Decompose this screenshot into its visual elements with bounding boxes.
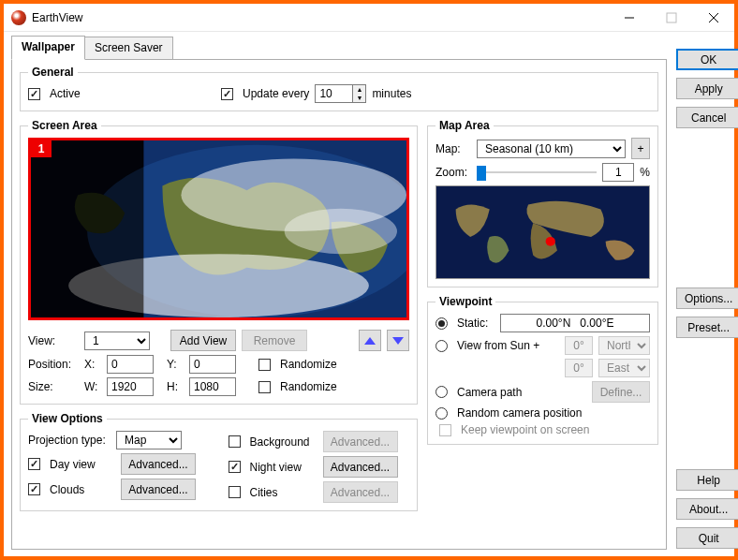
- add-view-button[interactable]: Add View: [170, 330, 236, 351]
- label-cities: Cities: [250, 486, 317, 499]
- label-update-every: Update every: [243, 87, 309, 100]
- svg-point-9: [285, 209, 397, 254]
- select-projection[interactable]: Map: [116, 431, 182, 449]
- label-y: Y:: [167, 358, 184, 371]
- svg-rect-1: [667, 13, 676, 22]
- checkbox-randomize-position[interactable]: [258, 359, 271, 371]
- window-title: EarthView: [32, 11, 608, 24]
- label-randomize-position: Randomize: [280, 358, 337, 371]
- fieldset-view-options: View Options Projection type: Map: [20, 412, 418, 511]
- radio-camera-path[interactable]: [435, 386, 448, 398]
- help-button[interactable]: Help: [676, 469, 738, 491]
- tab-screensaver[interactable]: Screen Saver: [85, 37, 173, 60]
- label-static: Static:: [457, 317, 494, 330]
- earth-day-night-image: [31, 140, 406, 317]
- input-static-coords[interactable]: [500, 314, 650, 332]
- radio-random[interactable]: [435, 407, 448, 420]
- legend-view-options: View Options: [28, 412, 107, 425]
- select-north: North: [598, 336, 650, 355]
- label-h: H:: [167, 380, 184, 393]
- checkbox-cities[interactable]: [229, 486, 241, 498]
- world-minimap-image: [436, 186, 649, 278]
- label-w: W:: [84, 380, 101, 393]
- select-east: East: [598, 359, 650, 377]
- checkbox-update-every[interactable]: [221, 88, 233, 100]
- define-button: Define...: [592, 381, 650, 403]
- checkbox-night-view[interactable]: [229, 461, 241, 473]
- app-icon: [11, 10, 26, 25]
- label-day-view: Day view: [50, 458, 115, 471]
- checkbox-active[interactable]: [28, 88, 40, 100]
- move-up-button[interactable]: [359, 330, 381, 351]
- legend-map-area: Map Area: [435, 119, 494, 132]
- apply-button[interactable]: Apply: [676, 78, 738, 99]
- checkbox-day-view[interactable]: [28, 458, 40, 470]
- advanced-cities-button: Advanced...: [323, 481, 398, 503]
- close-button[interactable]: [692, 4, 734, 31]
- select-view[interactable]: 1: [84, 332, 150, 350]
- move-down-button[interactable]: [387, 330, 409, 351]
- spinner-update-minutes[interactable]: ▲▼: [315, 84, 366, 103]
- input-x[interactable]: [107, 355, 154, 374]
- title-bar: EarthView: [4, 4, 734, 32]
- add-map-button[interactable]: +: [631, 138, 650, 159]
- minimap[interactable]: [435, 185, 650, 279]
- input-h[interactable]: [189, 377, 236, 396]
- input-y[interactable]: [189, 355, 236, 374]
- advanced-background-button: Advanced...: [323, 431, 398, 452]
- label-minutes: minutes: [372, 87, 411, 100]
- label-view: View:: [28, 334, 79, 347]
- label-keep-viewpoint: Keep viewpoint on screen: [461, 423, 589, 436]
- preset-button[interactable]: Preset...: [676, 317, 738, 338]
- screen-badge: 1: [31, 140, 52, 157]
- input-sun-lon: [565, 359, 593, 377]
- select-map[interactable]: Seasonal (10 km): [477, 140, 626, 158]
- minimize-button[interactable]: [608, 4, 650, 31]
- label-projection: Projection type:: [28, 434, 111, 447]
- tab-wallpaper[interactable]: Wallpaper: [11, 36, 85, 60]
- label-zoom: Zoom:: [435, 166, 471, 179]
- quit-button[interactable]: Quit: [676, 527, 738, 549]
- screen-preview[interactable]: 1: [28, 138, 409, 320]
- advanced-clouds-button[interactable]: Advanced...: [121, 479, 196, 500]
- label-active: Active: [50, 87, 81, 100]
- ok-button[interactable]: OK: [676, 49, 738, 70]
- label-size: Size:: [28, 380, 79, 393]
- label-percent: %: [640, 166, 650, 179]
- label-clouds: Clouds: [50, 483, 115, 496]
- legend-viewpoint: Viewpoint: [435, 295, 495, 308]
- label-randomize-size: Randomize: [280, 380, 337, 393]
- checkbox-background[interactable]: [229, 435, 241, 448]
- label-random: Random camera position: [457, 406, 582, 420]
- label-night-view: Night view: [250, 461, 317, 474]
- cancel-button[interactable]: Cancel: [676, 107, 738, 128]
- svg-rect-10: [31, 140, 143, 317]
- input-zoom[interactable]: [602, 163, 634, 182]
- label-position: Position:: [28, 358, 79, 371]
- maximize-button: [650, 4, 692, 31]
- advanced-day-button[interactable]: Advanced...: [121, 453, 196, 475]
- input-w[interactable]: [107, 377, 154, 396]
- checkbox-randomize-size[interactable]: [258, 381, 271, 393]
- input-update-minutes[interactable]: [315, 84, 352, 103]
- spin-up-icon[interactable]: ▲: [353, 85, 365, 94]
- label-sun: View from Sun +: [457, 339, 559, 352]
- label-x: X:: [84, 358, 101, 371]
- fieldset-viewpoint: Viewpoint Static: View from Sun +: [427, 295, 658, 445]
- zoom-slider[interactable]: [477, 163, 597, 182]
- fieldset-screen-area: Screen Area 1: [20, 119, 418, 405]
- options-button[interactable]: Options...: [676, 287, 738, 309]
- checkbox-clouds[interactable]: [28, 483, 40, 495]
- about-button[interactable]: About...: [676, 498, 738, 520]
- label-camera-path: Camera path: [457, 386, 586, 399]
- legend-screen-area: Screen Area: [28, 119, 101, 132]
- radio-static[interactable]: [435, 317, 448, 330]
- radio-sun[interactable]: [435, 340, 448, 352]
- input-sun-lat: [565, 336, 593, 355]
- fieldset-general: General Active Update every: [20, 66, 658, 111]
- fieldset-map-area: Map Area Map: Seasonal (10 km) + Zoom:: [427, 119, 658, 287]
- spin-down-icon[interactable]: ▼: [353, 94, 365, 102]
- checkbox-keep-viewpoint: [439, 424, 451, 436]
- remove-view-button: Remove: [242, 330, 307, 351]
- advanced-night-button[interactable]: Advanced...: [323, 456, 398, 478]
